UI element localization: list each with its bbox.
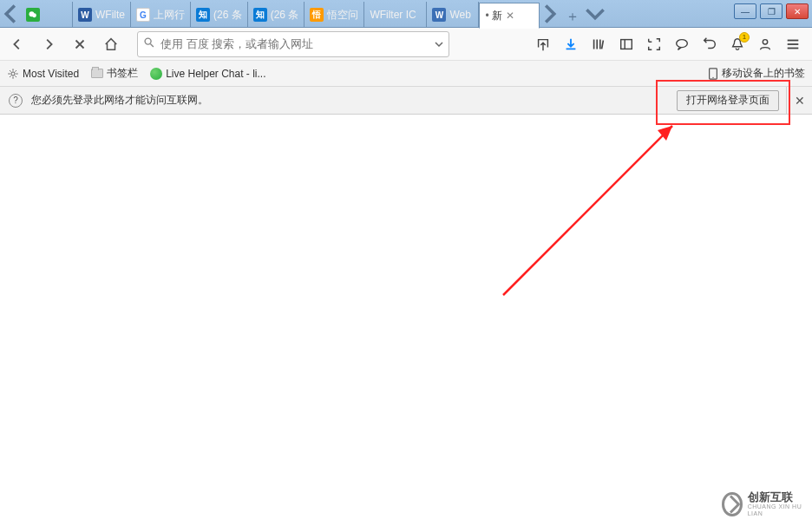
watermark-line1: 创新互联 <box>748 491 805 503</box>
svg-line-3 <box>150 43 154 47</box>
tab-zhihu-1[interactable]: 知 (26 条 <box>191 2 248 28</box>
watermark-icon <box>722 492 743 516</box>
tab-label: WFilte <box>95 9 125 21</box>
svg-marker-15 <box>658 126 672 141</box>
downloads-icon[interactable] <box>560 34 581 55</box>
close-tab-icon[interactable]: ✕ <box>506 10 514 22</box>
maximize-button[interactable]: ❐ <box>760 3 783 19</box>
address-dropdown-icon[interactable] <box>435 36 443 52</box>
watermark-line2: CHUANG XIN HU LIAN <box>748 503 805 516</box>
svg-point-13 <box>712 76 713 77</box>
watermark-logo: 创新互联 CHUANG XIN HU LIAN <box>722 490 805 519</box>
tab-wfilter-1[interactable]: W WFilte <box>73 2 131 28</box>
tab-label: Web <box>449 9 470 21</box>
screenshot-icon[interactable] <box>644 34 665 55</box>
bookmarks-folder-label: 书签栏 <box>107 66 138 81</box>
wukong-icon: 悟 <box>310 8 324 22</box>
zhihu-icon: 知 <box>253 8 267 22</box>
window-controls: — ❐ ✕ <box>734 3 809 19</box>
tab-label: (26 条 <box>271 8 299 23</box>
tabs-scroll-left <box>0 0 21 28</box>
wechat-icon <box>26 8 40 22</box>
svg-rect-4 <box>621 39 632 49</box>
tab-label: WFilter IC <box>370 9 416 21</box>
close-window-button[interactable]: ✕ <box>786 3 809 19</box>
tab-new-active[interactable]: • 新 ✕ <box>479 3 540 29</box>
open-network-login-button[interactable]: 打开网络登录页面 <box>677 90 779 111</box>
sidebar-icon[interactable] <box>616 34 637 55</box>
zhihu-icon: 知 <box>196 8 210 22</box>
mobile-bookmarks-item[interactable]: 移动设备上的书签 <box>708 66 805 81</box>
livehelper-icon <box>150 68 162 80</box>
tab-google[interactable]: G 上网行 <box>131 2 191 28</box>
login-button-label: 打开网络登录页面 <box>686 93 769 108</box>
notifications-icon[interactable]: 1 <box>727 34 748 55</box>
send-to-device-icon[interactable] <box>533 34 553 55</box>
most-visited-label: Most Visited <box>23 68 79 80</box>
bookmarks-folder-item[interactable]: 书签栏 <box>91 66 138 81</box>
annotation-arrow <box>486 113 694 304</box>
undo-closed-tab-icon[interactable] <box>699 34 720 55</box>
tab-zhihu-2[interactable]: 知 (26 条 <box>248 2 305 28</box>
navigation-toolbar: 1 <box>0 28 812 61</box>
gear-icon <box>7 68 19 80</box>
minimize-button[interactable]: — <box>734 3 756 19</box>
mobile-bookmarks-label: 移动设备上的书签 <box>722 66 805 81</box>
svg-point-6 <box>677 39 688 47</box>
livehelper-label: Live Helper Chat - li... <box>166 68 265 80</box>
info-icon: ? <box>9 94 23 108</box>
tab-wfilter-2[interactable]: WFilter IC <box>364 2 427 28</box>
dirty-indicator: • <box>485 10 488 22</box>
search-icon <box>143 36 155 52</box>
address-bar[interactable] <box>137 31 449 57</box>
address-input[interactable] <box>160 37 431 50</box>
livehelper-bookmark[interactable]: Live Helper Chat - li... <box>150 68 265 80</box>
w-icon: W <box>432 8 446 22</box>
network-login-notification: ? 您必须先登录此网络才能访问互联网。 打开网络登录页面 ✕ <box>0 87 812 115</box>
stop-reload-button[interactable] <box>68 32 92 56</box>
toolbar-right: 1 <box>533 34 807 55</box>
svg-point-11 <box>11 71 15 75</box>
svg-point-7 <box>763 39 767 43</box>
tab-label: (26 条 <box>213 8 242 23</box>
bookmarks-toolbar: Most Visited 书签栏 Live Helper Chat - li..… <box>0 61 812 87</box>
notification-message: 您必须先登录此网络才能访问互联网。 <box>31 93 208 108</box>
folder-icon <box>91 69 103 78</box>
tab-label: 上网行 <box>154 8 185 23</box>
forward-button[interactable] <box>36 32 61 56</box>
svg-line-14 <box>503 126 672 295</box>
title-bar: W WFilte G 上网行 知 (26 条 知 (26 条 悟 悟空问 WFi… <box>0 0 812 28</box>
new-tab-button[interactable]: ＋ <box>560 5 585 28</box>
svg-point-1 <box>32 13 36 17</box>
tab-wukong[interactable]: 悟 悟空问 <box>304 2 364 28</box>
tabs-dropdown[interactable] <box>585 0 606 28</box>
notification-badge: 1 <box>739 32 750 43</box>
tabs-scroll-right[interactable] <box>540 0 560 28</box>
mobile-icon <box>708 68 718 80</box>
app-menu-icon[interactable] <box>783 34 803 55</box>
home-button[interactable] <box>99 32 123 56</box>
library-icon[interactable] <box>588 34 609 55</box>
tab-label: 新 <box>492 9 502 23</box>
tab-wechat[interactable] <box>21 2 73 28</box>
tab-label: 悟空问 <box>327 8 358 23</box>
back-button[interactable] <box>5 32 29 56</box>
tab-web[interactable]: W Web <box>427 2 479 28</box>
most-visited-item[interactable]: Most Visited <box>7 68 79 80</box>
globe-icon: W <box>78 8 92 22</box>
google-icon: G <box>136 8 150 22</box>
svg-point-2 <box>145 38 151 44</box>
chat-icon[interactable] <box>671 34 692 55</box>
tab-strip: W WFilte G 上网行 知 (26 条 知 (26 条 悟 悟空问 WFi… <box>0 0 606 28</box>
account-icon[interactable] <box>755 34 776 55</box>
close-notification-button[interactable]: ✕ <box>786 87 812 115</box>
